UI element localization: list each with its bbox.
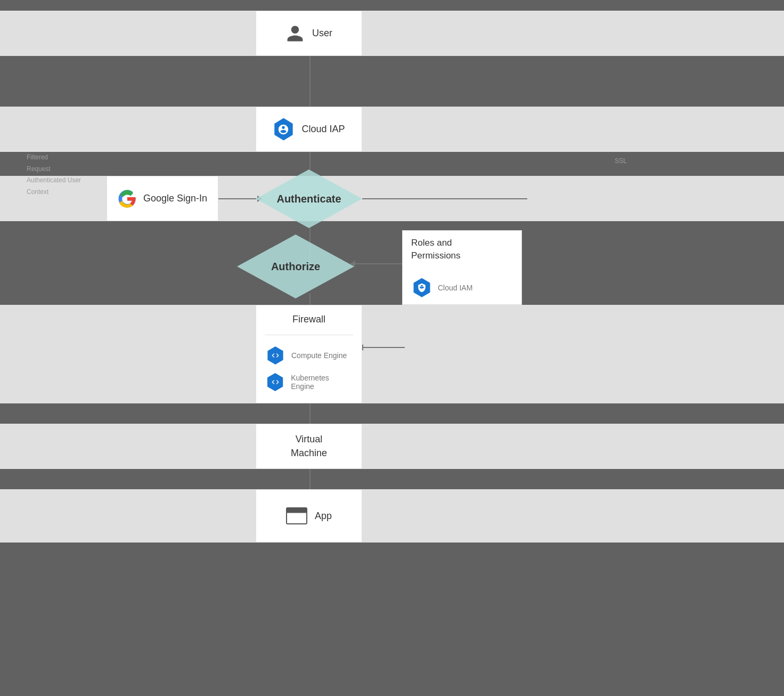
firewall-title: Firewall bbox=[292, 314, 325, 325]
band-vm bbox=[0, 424, 784, 469]
app-label: App bbox=[315, 511, 332, 522]
cloud-iam-icon bbox=[411, 277, 432, 298]
compute-engine-row: Compute Engine bbox=[265, 345, 347, 366]
connector-firewall-vm bbox=[309, 403, 311, 424]
user-label: User bbox=[312, 28, 332, 39]
cloud-iap-card: Cloud IAP bbox=[256, 107, 362, 152]
google-logo bbox=[118, 189, 137, 208]
kubernetes-engine-label: Kubernetes Engine bbox=[291, 374, 353, 391]
cloud-iam-row: Cloud IAM bbox=[411, 277, 472, 298]
band-user bbox=[0, 11, 784, 56]
roles-title: Roles and Permissions bbox=[411, 237, 461, 262]
label-filtered: Filtered bbox=[27, 152, 81, 164]
firewall-divider bbox=[265, 335, 353, 335]
firewall-title-row: Firewall bbox=[265, 314, 353, 325]
google-signin-card: Google Sign-In bbox=[107, 176, 218, 221]
left-side-labels: Filtered Request Authenticated User Cont… bbox=[27, 152, 81, 198]
kubernetes-engine-row: Kubernetes Engine bbox=[265, 371, 353, 393]
vm-label: Virtual Machine bbox=[291, 433, 327, 459]
compute-engine-icon bbox=[265, 345, 286, 366]
cloud-iap-icon bbox=[273, 119, 294, 140]
roles-card: Roles and Permissions Cloud IAM bbox=[402, 230, 522, 305]
label-auth-user: Authenticated User bbox=[27, 175, 81, 187]
connector-firewall-incoming bbox=[362, 347, 405, 348]
band-cloud-iap bbox=[0, 107, 784, 152]
person-icon bbox=[285, 24, 305, 43]
svg-rect-1 bbox=[287, 508, 307, 513]
diagram-area: User Cloud IAP Google Sign-In Authentica… bbox=[0, 0, 784, 696]
kubernetes-engine-icon bbox=[265, 371, 285, 393]
label-request: Request bbox=[27, 164, 81, 175]
compute-engine-label: Compute Engine bbox=[291, 351, 347, 360]
cloud-iam-label: Cloud IAM bbox=[438, 284, 472, 292]
cloud-iap-label: Cloud IAP bbox=[301, 124, 345, 135]
authorize-label: Authorize bbox=[271, 261, 320, 273]
connector-signin-auth bbox=[218, 198, 258, 199]
app-icon bbox=[286, 507, 307, 524]
connector-vm-app bbox=[309, 469, 311, 489]
connector-authorize-roles bbox=[354, 263, 402, 264]
firewall-card: Firewall Compute Engine Kuber bbox=[256, 305, 362, 403]
user-card: User bbox=[256, 11, 362, 56]
authenticate-label: Authenticate bbox=[276, 193, 341, 205]
connector-user-to-iap bbox=[309, 56, 311, 107]
vm-card: Virtual Machine bbox=[256, 424, 362, 469]
band-app bbox=[0, 489, 784, 543]
connector-auth-right bbox=[362, 198, 527, 199]
label-context: Context bbox=[27, 187, 81, 198]
authorize-diamond: Authorize bbox=[237, 234, 354, 298]
app-card: App bbox=[256, 489, 362, 543]
right-side-label: SSL bbox=[615, 157, 627, 165]
authenticate-diamond: Authenticate bbox=[256, 169, 362, 228]
connector-iap-to-auth bbox=[309, 152, 311, 169]
google-signin-label: Google Sign-In bbox=[143, 193, 207, 204]
band-firewall bbox=[0, 305, 784, 403]
